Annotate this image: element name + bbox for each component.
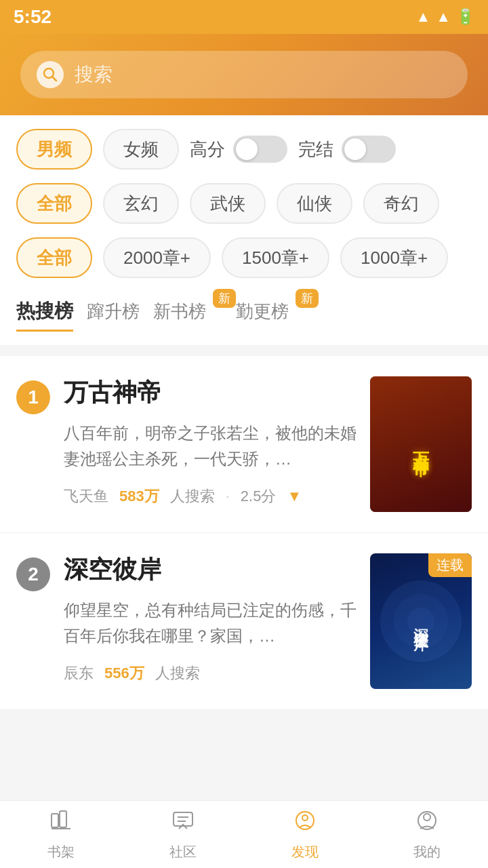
nav-mine[interactable]: 我的 (366, 808, 488, 861)
nav-bookshelf[interactable]: 书架 (0, 808, 122, 861)
mine-icon (415, 808, 439, 839)
discover-icon (293, 808, 317, 839)
book-rating-1: 2.5分 (241, 486, 277, 507)
book-search-count-2: 556万 (104, 663, 144, 684)
battery-icon: 🔋 (456, 8, 474, 26)
book-rank-1: 1 (16, 380, 50, 414)
status-time: 5:52 (14, 6, 52, 28)
expand-icon-1[interactable]: ▼ (287, 488, 302, 505)
nav-discover-label: 发现 (291, 843, 319, 861)
header (0, 34, 488, 115)
book-desc-2: 仰望星空，总有种结局已注定的伤感，千百年后你我在哪里？家国，… (64, 597, 357, 650)
nav-discover[interactable]: 发现 (244, 808, 366, 861)
chapter-filter-row: 全部 2000章+ 1500章+ 1000章+ (16, 237, 472, 278)
toggle-highscore[interactable]: 高分 (190, 136, 287, 163)
book-search-count-1: 583万 (119, 486, 159, 507)
table-row[interactable]: 2 深空彼岸 仰望星空，总有种结局已注定的伤感，千百年后你我在哪里？家国，… 辰… (0, 533, 488, 710)
toggle-knob (236, 138, 258, 160)
svg-rect-5 (52, 814, 58, 827)
search-bar[interactable] (20, 51, 468, 98)
nav-community-label: 社区 (169, 843, 197, 861)
toggle-finished[interactable]: 完结 (298, 136, 396, 163)
book-list: 1 万古神帝 八百年前，明帝之子张若尘，被他的未婚妻池瑶公主杀死，一代天骄，… … (0, 356, 488, 710)
genre-xianxia[interactable]: 仙侠 (277, 183, 352, 224)
toggle-knob-2 (344, 138, 366, 160)
bottom-nav: 书架 社区 发现 (0, 800, 488, 868)
nav-mine-label: 我的 (413, 843, 441, 861)
gender-filter-row: 男频 女频 高分 完结 (16, 129, 472, 170)
book-desc-1: 八百年前，明帝之子张若尘，被他的未婚妻池瑶公主杀死，一代天骄，… (64, 420, 357, 473)
nav-bookshelf-label: 书架 (47, 843, 75, 861)
book-cover-2[interactable]: 连载 深空彼岸 (370, 553, 472, 689)
book-meta-1: 飞天鱼 583万 人搜索 · 2.5分 ▼ (64, 486, 357, 507)
chapter-2000[interactable]: 2000章+ (103, 237, 211, 278)
genre-wuxia[interactable]: 武侠 (190, 183, 266, 224)
new-badge-active: 新 (296, 289, 319, 308)
tab-rising[interactable]: 蹿升榜 (87, 293, 140, 330)
book-author-1: 飞天鱼 (64, 486, 108, 507)
svg-point-12 (302, 815, 308, 821)
book-title-2: 深空彼岸 (64, 553, 357, 587)
community-icon (171, 808, 195, 839)
svg-rect-6 (60, 811, 66, 827)
cover-art-1: 万古神帝 (370, 376, 472, 512)
search-input[interactable] (75, 64, 451, 85)
genre-all[interactable]: 全部 (16, 183, 92, 224)
svg-point-14 (424, 814, 430, 821)
bookshelf-icon (49, 808, 73, 839)
cover-title-2: 深空彼岸 (411, 616, 431, 627)
tab-hot[interactable]: 热搜榜 (16, 292, 73, 332)
status-bar: 5:52 ▲ ▲ 🔋 (0, 0, 488, 34)
genre-qihuan[interactable]: 奇幻 (363, 183, 439, 224)
svg-line-1 (52, 77, 56, 81)
book-meta-2: 辰东 556万 人搜索 (64, 663, 357, 684)
search-label-1: 人搜索 (170, 486, 215, 507)
chapter-1500[interactable]: 1500章+ (222, 237, 329, 278)
new-badge-newbooks: 新 (213, 289, 236, 308)
book-info-2: 深空彼岸 仰望星空，总有种结局已注定的伤感，千百年后你我在哪里？家国，… 辰东 … (64, 553, 357, 684)
book-cover-1[interactable]: 连载 万古神帝 (370, 376, 472, 512)
filter-section: 男频 女频 高分 完结 全部 玄幻 武侠 仙侠 奇幻 全部 2000章+ 150… (0, 115, 488, 345)
book-title-1: 万古神帝 (64, 376, 357, 410)
genre-filter-row: 全部 玄幻 武侠 仙侠 奇幻 (16, 183, 472, 224)
book-rank-2: 2 (16, 557, 50, 591)
book-info-1: 万古神帝 八百年前，明帝之子张若尘，被他的未婚妻池瑶公主杀死，一代天骄，… 飞天… (64, 376, 357, 507)
wifi-icon: ▲ (415, 8, 430, 26)
highscore-toggle[interactable] (233, 136, 287, 163)
book-author-2: 辰东 (64, 663, 94, 684)
chapter-all[interactable]: 全部 (16, 237, 92, 278)
finished-toggle[interactable] (342, 136, 396, 163)
nav-community[interactable]: 社区 (122, 808, 244, 861)
separator-1: · (226, 488, 230, 505)
search-label-2: 人搜索 (155, 663, 200, 684)
chapter-1000[interactable]: 1000章+ (340, 237, 448, 278)
status-icons: ▲ ▲ 🔋 (415, 8, 474, 26)
genre-xuanhuan[interactable]: 玄幻 (103, 183, 179, 224)
filter-female[interactable]: 女频 (103, 129, 179, 170)
ranking-tabs: 热搜榜 蹿升榜 新书榜 新 勤更榜 新 (16, 292, 472, 332)
search-icon (37, 61, 64, 88)
table-row[interactable]: 1 万古神帝 八百年前，明帝之子张若尘，被他的未婚妻池瑶公主杀死，一代天骄，… … (0, 356, 488, 533)
tab-newbooks[interactable]: 新书榜 新 (153, 293, 222, 330)
cover-title-1: 万古神帝 (410, 439, 432, 450)
filter-male[interactable]: 男频 (16, 129, 92, 170)
tab-active[interactable]: 勤更榜 新 (236, 293, 305, 330)
signal-icon: ▲ (436, 8, 451, 26)
